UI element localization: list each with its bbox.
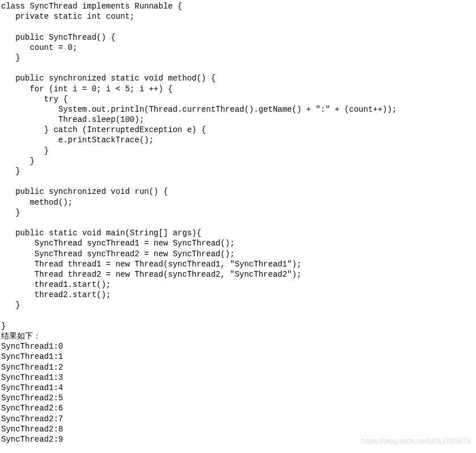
code-block: class SyncThread implements Runnable { p… (0, 0, 476, 331)
output-block: 结果如下： SyncThread1:0 SyncThread1:1 SyncTh… (0, 331, 476, 444)
